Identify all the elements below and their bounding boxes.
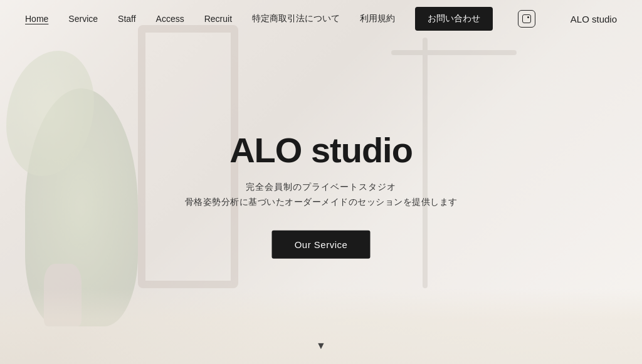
hero-subtitle: 完全会員制のプライベートスタジオ [185,182,458,193]
hero-title: ALO studio [185,130,458,169]
nav-link-access[interactable]: Access [156,14,184,24]
main-nav: Home Service Staff Access Recruit 特定商取引法… [0,0,642,38]
instagram-inner [522,14,531,23]
hero-description: 骨格姿勢分析に基づいたオーダーメイドのセッションを提供します [185,197,458,208]
nav-link-tokusho[interactable]: 特定商取引法について [252,13,340,24]
instagram-dot [527,16,529,18]
our-service-button[interactable]: Our Service [272,231,371,259]
nav-link-staff[interactable]: Staff [118,14,136,24]
hero-content: ALO studio 完全会員制のプライベートスタジオ 骨格姿勢分析に基づいたオ… [185,130,458,259]
nav-link-recruit[interactable]: Recruit [204,14,232,24]
nav-links: Home Service Staff Access Recruit 特定商取引法… [25,7,571,31]
instagram-icon[interactable] [518,10,535,28]
studio-name-nav: ALO studio [571,14,617,24]
nav-link-riyou[interactable]: 利用規約 [360,13,395,24]
contact-button[interactable]: お問い合わせ [415,7,493,31]
scroll-down-arrow[interactable]: ▼ [316,340,326,351]
nav-link-service[interactable]: Service [68,14,98,24]
nav-link-home[interactable]: Home [25,14,48,24]
